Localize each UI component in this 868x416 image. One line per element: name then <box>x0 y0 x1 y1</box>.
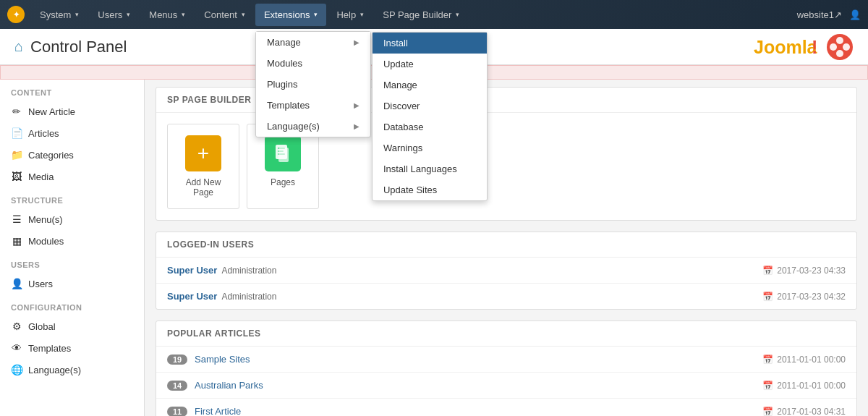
sidebar-item-modules[interactable]: ▦ Modules <box>0 230 144 252</box>
sidebar-item-global[interactable]: ⚙ Global <box>0 315 144 337</box>
install-item-install[interactable]: Install <box>373 33 487 54</box>
calendar-icon-0: 📅 <box>762 266 773 276</box>
caret-extensions: ▾ <box>314 11 318 18</box>
dropdown-item-templates[interactable]: Templates ▶ <box>256 95 370 116</box>
install-item-database[interactable]: Database <box>373 116 487 137</box>
pencil-icon: ✏ <box>11 106 22 117</box>
sidebar-item-templates[interactable]: 👁 Templates <box>0 337 144 359</box>
article-cal-2: 📅 <box>762 407 773 417</box>
article-cal-1: 📅 <box>762 381 773 391</box>
arrow-languages: ▶ <box>354 122 359 130</box>
dropdown-item-manage[interactable]: Manage ▶ Install Update Manage Discover … <box>256 32 370 53</box>
user-role-0: Administration <box>221 266 276 276</box>
caret-menus: ▾ <box>182 11 185 18</box>
dropdown-item-plugins[interactable]: Plugins <box>256 74 370 95</box>
nav-item-help[interactable]: Help ▾ <box>328 4 373 26</box>
nav-link-content[interactable]: Content ▾ <box>195 4 254 26</box>
top-navbar: ✦ System ▾ Users ▾ Menus ▾ Content ▾ <box>0 0 868 29</box>
language-icon: 🌐 <box>11 364 22 375</box>
extensions-dropdown: Manage ▶ Install Update Manage Discover … <box>255 31 371 137</box>
caret-sp-page-builder: ▾ <box>456 11 459 18</box>
joomla-logo-svg: Joomla ! <box>754 33 826 61</box>
gear-icon: ⚙ <box>11 321 22 332</box>
article-row-1: 14 Australian Parks 📅 2011-01-01 00:00 <box>156 373 856 399</box>
install-item-discover[interactable]: Discover <box>373 95 487 116</box>
article-date-1: 📅 2011-01-01 00:00 <box>762 381 846 391</box>
image-icon: 🖼 <box>11 171 22 182</box>
svg-point-3 <box>836 37 843 44</box>
user-name-1[interactable]: Super User <box>167 291 217 302</box>
user-date-1: 📅 2017-03-23 04:32 <box>762 292 846 302</box>
arrow-templates: ▶ <box>354 101 359 109</box>
user-avatar[interactable]: 👤 <box>849 9 861 20</box>
nav-link-system[interactable]: System ▾ <box>31 4 88 26</box>
brand-icon: ✦ <box>7 6 25 23</box>
module-icon: ▦ <box>11 235 22 247</box>
sidebar-item-new-article[interactable]: ✏ New Article <box>0 101 144 122</box>
logged-user-row-1: Super User Administration 📅 2017-03-23 0… <box>156 284 856 309</box>
nav-item-system[interactable]: System ▾ <box>31 4 88 26</box>
logged-users-list: Super User Administration 📅 2017-03-23 0… <box>156 258 856 309</box>
sidebar-item-languages[interactable]: 🌐 Language(s) <box>0 359 144 381</box>
svg-point-4 <box>836 50 843 57</box>
install-item-update-sites[interactable]: Update Sites <box>373 179 487 200</box>
sidebar-item-users[interactable]: 👤 Users <box>0 273 144 294</box>
sidebar-item-menus[interactable]: ☰ Menu(s) <box>0 208 144 230</box>
nav-item-content[interactable]: Content ▾ <box>195 4 254 26</box>
manage-submenu: Install Update Manage Discover Database … <box>372 32 488 201</box>
svg-text:!: ! <box>812 37 817 57</box>
article-title-0[interactable]: Sample Sites <box>195 354 250 365</box>
article-row-2: 11 First Article 📅 2017-01-03 04:31 <box>156 399 856 416</box>
popular-articles-header: POPULAR ARTICLES <box>156 321 856 347</box>
sidebar-section-configuration: CONFIGURATION <box>0 294 144 315</box>
nav-link-sp-page-builder[interactable]: SP Page Builder ▾ <box>374 4 468 26</box>
caret-users: ▾ <box>127 11 130 18</box>
nav-link-help[interactable]: Help ▾ <box>328 4 373 26</box>
nav-item-extensions[interactable]: Extensions ▾ Manage ▶ Install Update Man… <box>255 4 327 26</box>
sidebar-section-content: CONTENT <box>0 80 144 101</box>
nav-item-users[interactable]: Users ▾ <box>89 4 139 26</box>
website-link[interactable]: website1↗ <box>797 9 842 20</box>
sidebar-item-categories[interactable]: 📁 Categories <box>0 144 144 166</box>
home-icon[interactable]: ⌂ <box>14 38 23 55</box>
sp-add-label: Add New Page <box>175 177 231 198</box>
article-title-2[interactable]: First Article <box>195 406 241 416</box>
svg-point-5 <box>830 43 837 51</box>
nav-menu: System ▾ Users ▾ Menus ▾ Content ▾ <box>31 4 797 26</box>
article-date-2: 📅 2017-01-03 04:31 <box>762 407 846 417</box>
content-area: SP PAGE BUILDER + Add New Page <box>145 80 868 416</box>
joomla-logo: Joomla ! <box>754 33 854 61</box>
dropdown-item-languages[interactable]: Language(s) ▶ <box>256 116 370 137</box>
sidebar-item-media[interactable]: 🖼 Media <box>0 166 144 187</box>
logged-in-users-panel: LOGGED-IN USERS Super User Administratio… <box>156 232 857 310</box>
sp-add-icon: + <box>185 135 221 171</box>
nav-link-users[interactable]: Users ▾ <box>89 4 139 26</box>
article-title-1[interactable]: Australian Parks <box>195 380 263 391</box>
svg-rect-12 <box>278 148 289 162</box>
install-item-install-languages[interactable]: Install Languages <box>373 158 487 179</box>
nav-item-menus[interactable]: Menus ▾ <box>140 4 194 26</box>
article-count-2: 11 <box>167 407 187 417</box>
user-name-0[interactable]: Super User <box>167 265 217 276</box>
user-role-1: Administration <box>221 292 276 302</box>
sidebar-section-users: USERS <box>0 252 144 273</box>
nav-link-extensions[interactable]: Extensions ▾ <box>255 4 327 26</box>
install-item-update[interactable]: Update <box>373 54 487 75</box>
nav-link-menus[interactable]: Menus ▾ <box>140 4 194 26</box>
install-item-warnings[interactable]: Warnings <box>373 137 487 158</box>
sidebar-item-articles[interactable]: 📄 Articles <box>0 122 144 144</box>
popular-articles-panel: POPULAR ARTICLES 19 Sample Sites 📅 2011-… <box>156 321 857 416</box>
sp-add-new-page[interactable]: + Add New Page <box>167 124 239 209</box>
arrow-manage: ▶ <box>354 38 359 46</box>
user-date-0: 📅 2017-03-23 04:33 <box>762 266 846 276</box>
nav-item-sp-page-builder[interactable]: SP Page Builder ▾ <box>374 4 468 26</box>
svg-text:Joomla: Joomla <box>754 37 818 57</box>
user-icon: 👤 <box>11 278 22 289</box>
nav-right: website1↗ 👤 <box>797 9 861 20</box>
install-item-manage[interactable]: Manage <box>373 75 487 95</box>
dropdown-item-modules[interactable]: Modules <box>256 53 370 74</box>
logged-users-header: LOGGED-IN USERS <box>156 232 856 258</box>
file-icon: 📄 <box>11 127 22 139</box>
article-cal-0: 📅 <box>762 355 773 365</box>
folder-icon: 📁 <box>11 149 22 161</box>
